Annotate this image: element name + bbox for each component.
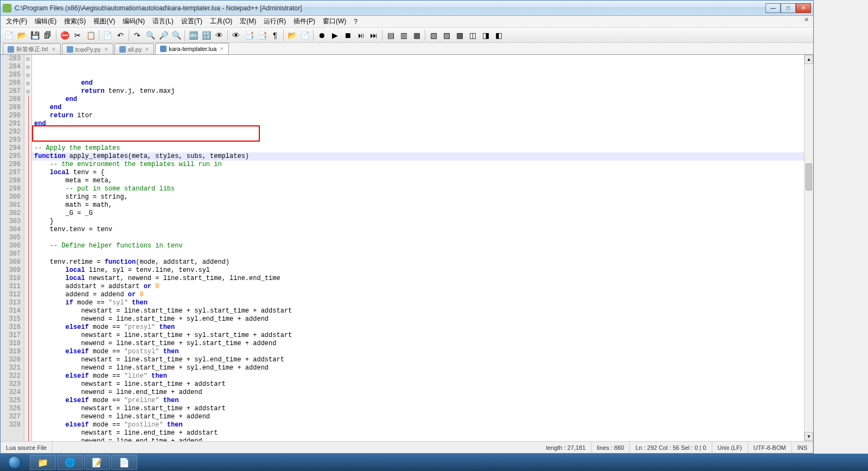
fold-marker[interactable]: ⊟: [24, 79, 31, 87]
code-line[interactable]: math = math,: [32, 201, 804, 209]
toolbar-button[interactable]: ▨: [441, 29, 452, 41]
fold-marker[interactable]: ⊟: [24, 55, 31, 63]
code-line[interactable]: elseif mode == "line" then: [32, 372, 804, 380]
tab[interactable]: kara-templater.lua✕: [155, 43, 229, 54]
menu-item[interactable]: 设置(T): [178, 16, 206, 27]
minimize-button[interactable]: —: [765, 3, 781, 13]
toolbar-button[interactable]: ⏹: [342, 29, 354, 41]
taskbar-item[interactable]: 📁: [30, 455, 56, 470]
toolbar-button[interactable]: ¶: [269, 29, 281, 41]
code-line[interactable]: newend = line.start_time + syl.end_time …: [32, 315, 804, 323]
code-line[interactable]: [32, 234, 804, 242]
vertical-scrollbar[interactable]: ▲ ▼: [804, 55, 813, 441]
toolbar-button[interactable]: ◫: [467, 29, 478, 41]
code-line[interactable]: function apply_templates(meta, styles, s…: [32, 152, 804, 161]
menu-item[interactable]: 宏(M): [237, 16, 259, 27]
code-line[interactable]: tenv.tenv = tenv: [32, 226, 804, 234]
toolbar-button[interactable]: 📂: [286, 29, 298, 41]
code-line[interactable]: newend = line.start_time + syl.start_tim…: [32, 340, 804, 348]
toolbar-button[interactable]: ⏯: [355, 29, 367, 41]
fold-marker[interactable]: ⊟: [24, 71, 31, 79]
start-button[interactable]: [0, 454, 29, 471]
fold-marker[interactable]: ⊟: [24, 87, 31, 96]
tab-close-icon[interactable]: ✕: [220, 46, 224, 52]
toolbar-button[interactable]: 📂: [16, 29, 28, 41]
toolbar-button[interactable]: ◧: [493, 29, 505, 41]
tab-close-icon[interactable]: ✕: [52, 47, 56, 52]
maximize-button[interactable]: □: [781, 3, 796, 13]
code-line[interactable]: newstart = line.start_time + addstart: [32, 405, 804, 413]
code-line[interactable]: if mode == "syl" then: [32, 299, 804, 307]
code-line[interactable]: newend = line.start_time + addend: [32, 413, 804, 421]
tab-close-icon[interactable]: ✕: [145, 47, 149, 52]
code-line[interactable]: elseif mode == "preline" then: [32, 397, 804, 405]
titlebar[interactable]: C:\Program Files (x86)\Aegisub\automatio…: [1, 1, 813, 16]
toolbar-button[interactable]: ✂: [72, 29, 84, 41]
code-line[interactable]: [32, 128, 804, 136]
taskbar-item[interactable]: 📄: [111, 455, 137, 470]
code-line[interactable]: end: [32, 104, 804, 112]
tab[interactable]: all.py✕: [114, 43, 155, 54]
fold-marker[interactable]: ⊟: [24, 63, 31, 71]
code-line[interactable]: [32, 250, 804, 258]
code-line[interactable]: _G = _G: [32, 209, 804, 218]
code-line[interactable]: newend = line.end_time + addend: [32, 389, 804, 397]
toolbar-button[interactable]: 📄: [101, 29, 113, 41]
code-line[interactable]: [32, 136, 804, 144]
taskbar[interactable]: 📁 🌐 📝 📄: [0, 454, 868, 471]
code-line[interactable]: addstart = addstart or 0: [32, 283, 804, 291]
toolbar-button[interactable]: 📑: [243, 29, 255, 41]
code-line[interactable]: elseif mode == "postline" then: [32, 421, 804, 429]
toolbar-button[interactable]: ⏭: [368, 29, 380, 41]
code-line[interactable]: -- the environment the templates will ru…: [32, 161, 804, 169]
toolbar-button[interactable]: 👁: [230, 29, 242, 41]
toolbar-button[interactable]: ⛔: [59, 29, 71, 41]
toolbar-button[interactable]: ▧: [427, 29, 439, 41]
menu-item[interactable]: 编码(N): [119, 16, 148, 27]
secondary-close-button[interactable]: ✕: [802, 16, 811, 23]
taskbar-item[interactable]: 🌐: [57, 455, 83, 470]
menu-item[interactable]: 运行(R): [260, 16, 289, 27]
toolbar-button[interactable]: ↶: [114, 29, 126, 41]
scroll-down-button[interactable]: ▼: [805, 432, 813, 441]
menu-item[interactable]: 窗口(W): [320, 16, 349, 27]
toolbar-button[interactable]: 🔡: [200, 29, 212, 41]
toolbar-button[interactable]: ▩: [454, 29, 465, 41]
tab[interactable]: 标签修正.txt✕: [3, 43, 61, 54]
menu-item[interactable]: 文件(F): [3, 16, 30, 27]
code-line[interactable]: newstart = line.start_time + addstart: [32, 380, 804, 389]
toolbar-button[interactable]: 🔍: [170, 29, 182, 41]
toolbar-button[interactable]: ▥: [398, 29, 410, 41]
scroll-up-button[interactable]: ▲: [805, 55, 813, 64]
menu-item[interactable]: ?: [350, 17, 361, 27]
code-line[interactable]: return tenv.j, tenv.maxj: [32, 87, 804, 96]
toolbar-button[interactable]: 🔍: [144, 29, 156, 41]
toolbar-button[interactable]: 🔤: [187, 29, 199, 41]
code-line[interactable]: local line, syl = tenv.line, tenv.syl: [32, 266, 804, 275]
code-line[interactable]: elseif mode == "presyl" then: [32, 323, 804, 332]
toolbar-button[interactable]: 🔎: [157, 29, 169, 41]
code-line[interactable]: -- put in some standard libs: [32, 185, 804, 193]
tab[interactable]: tcaxPy.py✕: [62, 43, 113, 54]
code-line[interactable]: -- Apply the templates: [32, 144, 804, 152]
toolbar-button[interactable]: ▶: [329, 29, 341, 41]
code-line[interactable]: elseif mode == "postsyl" then: [32, 348, 804, 356]
code-line[interactable]: tenv.retime = function(mode, addstart, a…: [32, 258, 804, 266]
code-line[interactable]: return itor: [32, 112, 804, 120]
code-line[interactable]: local newstart, newend = line.start_time…: [32, 275, 804, 283]
toolbar-button[interactable]: ▤: [385, 29, 397, 41]
toolbar-button[interactable]: 📑: [256, 29, 268, 41]
menu-item[interactable]: 编辑(E): [31, 16, 60, 27]
toolbar-button[interactable]: ◨: [480, 29, 492, 41]
toolbar-button[interactable]: 📄: [299, 29, 311, 41]
menu-item[interactable]: 插件(P): [290, 16, 318, 27]
code-line[interactable]: -- Define helper functions in tenv: [32, 242, 804, 250]
code-line[interactable]: local tenv = {: [32, 169, 804, 177]
code-line[interactable]: end: [32, 96, 804, 104]
code-line[interactable]: string = string,: [32, 193, 804, 201]
code-line[interactable]: addend = addend or 0: [32, 291, 804, 299]
code-content[interactable]: end return tenv.j, tenv.maxj end end ret…: [32, 55, 804, 441]
code-line[interactable]: newend = line.start_time + syl.end_time …: [32, 364, 804, 372]
code-line[interactable]: meta = meta,: [32, 177, 804, 185]
code-line[interactable]: newstart = line.start_time + syl.start_t…: [32, 332, 804, 340]
